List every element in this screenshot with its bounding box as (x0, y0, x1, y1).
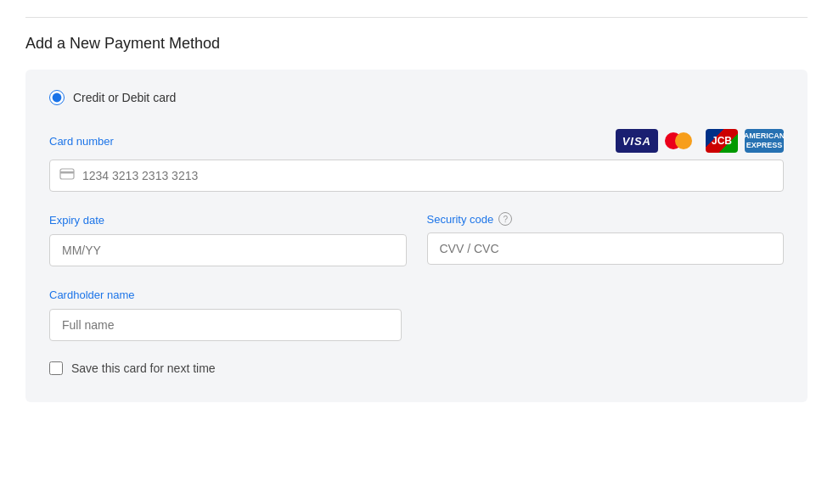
save-card-label: Save this card for next time (71, 361, 216, 375)
expiry-input[interactable] (49, 234, 407, 266)
expiry-label: Expiry date (49, 214, 104, 227)
payment-box: Credit or Debit card Card number VISA JC… (25, 70, 808, 402)
expiry-security-row: Expiry date Security code ? (49, 212, 784, 266)
credit-card-radio[interactable] (49, 90, 65, 105)
svg-rect-0 (60, 169, 74, 179)
card-number-header: Card number VISA JCB AMERICANEXPRESS (49, 129, 784, 153)
visa-logo: VISA (616, 129, 658, 153)
page-title: Add a New Payment Method (25, 35, 808, 53)
save-card-row: Save this card for next time (49, 361, 784, 375)
expiry-col: Expiry date (49, 212, 407, 266)
cardholder-section: Cardholder name (49, 287, 784, 341)
security-code-input[interactable] (427, 232, 785, 265)
svg-rect-1 (60, 171, 74, 174)
security-col: Security code ? (427, 212, 785, 266)
security-code-label: Security code (427, 213, 494, 226)
mc-orange-circle (675, 132, 692, 149)
card-number-input[interactable] (49, 160, 784, 192)
save-card-checkbox[interactable] (49, 361, 63, 375)
card-icon (59, 168, 75, 183)
card-number-label: Card number (49, 135, 114, 148)
card-number-section: Card number VISA JCB AMERICANEXPRESS (49, 129, 784, 192)
cardholder-label: Cardholder name (49, 288, 134, 301)
card-logos: VISA JCB AMERICANEXPRESS (616, 129, 784, 153)
security-label-row: Security code ? (427, 212, 785, 226)
credit-card-label: Credit or Debit card (73, 91, 176, 104)
card-number-input-wrapper (49, 160, 784, 192)
top-divider (25, 17, 808, 18)
security-help-icon[interactable]: ? (498, 212, 512, 226)
amex-logo: AMERICANEXPRESS (745, 129, 784, 153)
mastercard-logo (665, 130, 699, 152)
payment-option-row: Credit or Debit card (49, 90, 784, 105)
jcb-logo: JCB (706, 129, 738, 153)
cardholder-name-input[interactable] (49, 309, 402, 341)
